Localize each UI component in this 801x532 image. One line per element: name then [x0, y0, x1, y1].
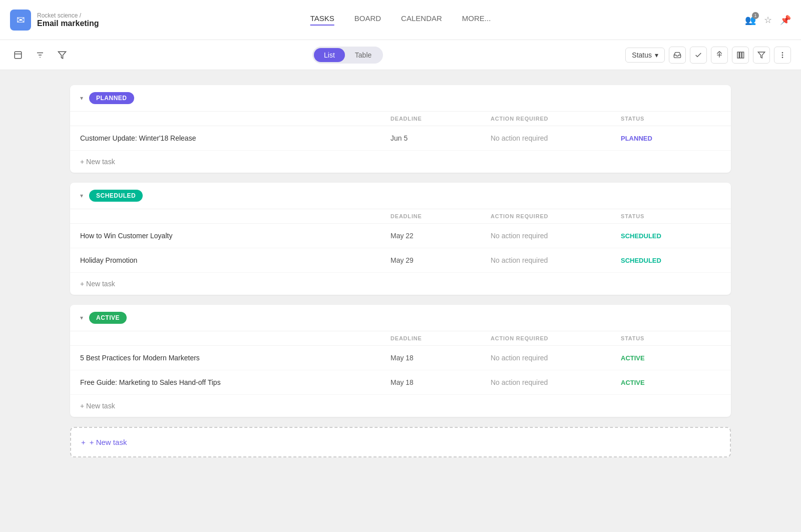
svg-point-12	[782, 52, 782, 53]
user-count-badge: 1	[752, 12, 759, 19]
svg-rect-9	[740, 52, 741, 58]
logo-text: Rocket science / Email marketing	[37, 12, 99, 28]
col-status: STATUS	[621, 213, 721, 219]
check-icon[interactable]	[690, 47, 707, 64]
col-action: ACTION REQUIRED	[491, 213, 621, 219]
svg-marker-11	[758, 52, 764, 58]
task-action: No action required	[491, 354, 621, 362]
task-name[interactable]: How to Win Customer Loyalty	[80, 232, 390, 240]
filter-adjust-icon[interactable]	[32, 47, 48, 63]
col-status: STATUS	[621, 116, 721, 122]
task-name[interactable]: Holiday Promotion	[80, 256, 390, 264]
table-row: How to Win Customer Loyalty May 22 No ac…	[70, 224, 731, 248]
task-deadline: Jun 5	[390, 134, 491, 142]
scheduled-columns: DEADLINE ACTION REQUIRED STATUS	[70, 209, 731, 224]
pin-icon[interactable]: 📌	[780, 15, 791, 26]
task-name[interactable]: 5 Best Practices for Modern Marketers	[80, 354, 390, 362]
plus-icon: +	[81, 438, 86, 446]
active-badge: ACTIVE	[89, 312, 127, 324]
col-task	[80, 116, 390, 122]
svg-point-14	[782, 57, 782, 58]
svg-marker-5	[59, 52, 66, 59]
project-title: Email marketing	[37, 19, 99, 28]
active-add-task[interactable]: + New task	[70, 395, 731, 417]
toolbar: List Table Status ▾	[0, 40, 801, 70]
svg-rect-0	[15, 52, 22, 59]
columns-icon[interactable]	[732, 47, 749, 64]
app-icon: ✉	[10, 10, 31, 31]
nav-more[interactable]: MORE...	[462, 14, 491, 26]
svg-rect-10	[742, 52, 743, 58]
col-task	[80, 213, 390, 219]
inbox-icon[interactable]	[669, 47, 686, 64]
scheduled-badge: SCHEDULED	[89, 190, 143, 202]
active-section: ▾ ACTIVE DEADLINE ACTION REQUIRED STATUS…	[70, 305, 731, 417]
funnel-icon[interactable]	[54, 47, 70, 63]
nav-calendar[interactable]: CALENDAR	[401, 14, 442, 26]
filter-icon[interactable]	[753, 47, 770, 64]
task-action: No action required	[491, 378, 621, 386]
table-row: Customer Update: Winter'18 Release Jun 5…	[70, 126, 731, 151]
task-action: No action required	[491, 232, 621, 240]
nav-board[interactable]: BOARD	[354, 14, 381, 26]
scheduled-section: ▾ SCHEDULED DEADLINE ACTION REQUIRED STA…	[70, 183, 731, 295]
col-deadline: DEADLINE	[390, 213, 491, 219]
task-name[interactable]: Free Guide: Marketing to Sales Hand-off …	[80, 378, 390, 386]
col-deadline: DEADLINE	[390, 116, 491, 122]
main-content: ▾ PLANNED DEADLINE ACTION REQUIRED STATU…	[0, 70, 801, 532]
toolbar-right: Status ▾	[625, 47, 791, 64]
nav-tasks[interactable]: TASKS	[310, 14, 334, 26]
task-status: ACTIVE	[621, 379, 721, 386]
sort-icon[interactable]	[711, 47, 728, 64]
more-options-icon[interactable]	[774, 47, 791, 64]
logo: ✉ Rocket science / Email marketing	[10, 10, 99, 31]
task-deadline: May 22	[390, 232, 491, 240]
scheduled-section-header: ▾ SCHEDULED	[70, 183, 731, 209]
chevron-down-icon: ▾	[655, 51, 658, 59]
app-header: ✉ Rocket science / Email marketing TASKS…	[0, 0, 801, 40]
svg-rect-8	[737, 52, 739, 58]
planned-section-header: ▾ PLANNED	[70, 85, 731, 112]
expand-icon[interactable]	[10, 47, 26, 63]
task-status: SCHEDULED	[621, 257, 721, 264]
task-name[interactable]: Customer Update: Winter'18 Release	[80, 134, 390, 142]
main-nav: TASKS BOARD CALENDAR MORE...	[310, 14, 491, 26]
col-action: ACTION REQUIRED	[491, 335, 621, 341]
col-deadline: DEADLINE	[390, 335, 491, 341]
table-row: 5 Best Practices for Modern Marketers Ma…	[70, 346, 731, 370]
active-section-header: ▾ ACTIVE	[70, 305, 731, 331]
header-actions: 👥 1 ☆ 📌	[745, 15, 791, 26]
table-row: Holiday Promotion May 29 No action requi…	[70, 248, 731, 273]
task-deadline: May 18	[390, 354, 491, 362]
planned-chevron[interactable]: ▾	[80, 95, 83, 102]
table-view-button[interactable]: Table	[345, 48, 381, 62]
col-action: ACTION REQUIRED	[491, 116, 621, 122]
col-status: STATUS	[621, 335, 721, 341]
star-icon[interactable]: ☆	[764, 15, 772, 26]
bottom-new-task[interactable]: + + New task	[70, 427, 731, 457]
svg-point-13	[782, 55, 782, 55]
planned-badge: PLANNED	[89, 92, 134, 104]
parent-project: Rocket science /	[37, 12, 99, 19]
active-columns: DEADLINE ACTION REQUIRED STATUS	[70, 331, 731, 346]
task-status: ACTIVE	[621, 354, 721, 362]
task-deadline: May 29	[390, 256, 491, 264]
col-task	[80, 335, 390, 341]
planned-section: ▾ PLANNED DEADLINE ACTION REQUIRED STATU…	[70, 85, 731, 173]
toolbar-left	[10, 47, 70, 63]
task-action: No action required	[491, 134, 621, 142]
planned-columns: DEADLINE ACTION REQUIRED STATUS	[70, 112, 731, 126]
scheduled-chevron[interactable]: ▾	[80, 192, 83, 199]
planned-add-task[interactable]: + New task	[70, 151, 731, 173]
task-action: No action required	[491, 256, 621, 264]
scheduled-add-task[interactable]: + New task	[70, 273, 731, 295]
list-view-button[interactable]: List	[314, 48, 345, 62]
users-icon[interactable]: 👥 1	[745, 15, 756, 26]
task-deadline: May 18	[390, 378, 491, 386]
status-dropdown[interactable]: Status ▾	[625, 48, 665, 63]
bottom-new-task-label: + New task	[90, 438, 127, 446]
task-status: SCHEDULED	[621, 232, 721, 240]
active-chevron[interactable]: ▾	[80, 314, 83, 321]
table-row: Free Guide: Marketing to Sales Hand-off …	[70, 370, 731, 395]
status-dropdown-label: Status	[632, 51, 652, 59]
